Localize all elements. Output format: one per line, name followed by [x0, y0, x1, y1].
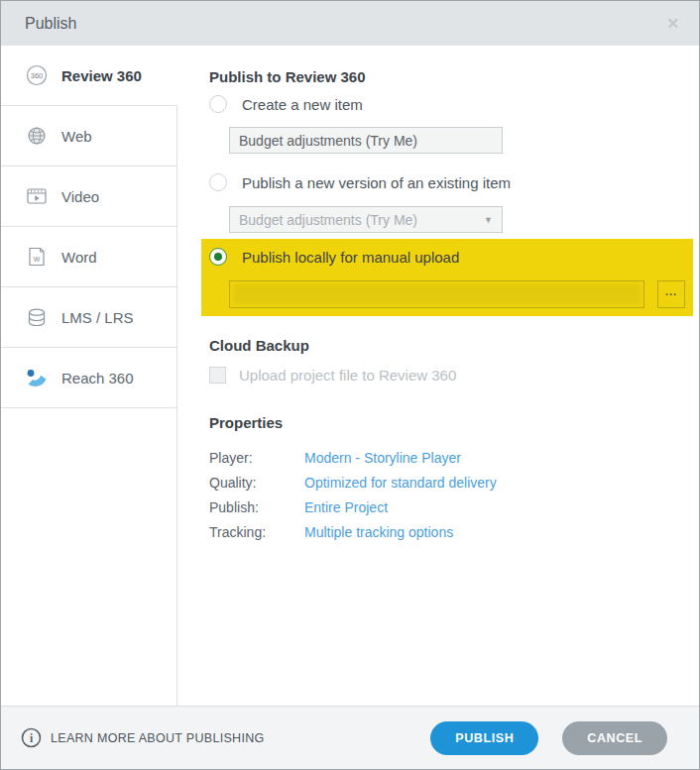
player-setting-link[interactable]: Modern - Storyline Player	[304, 450, 461, 466]
redacted-path-value	[233, 284, 641, 304]
footer-actions: PUBLISH CANCEL	[430, 721, 667, 755]
dialog-titlebar: Publish ✕	[1, 1, 699, 46]
property-label: Tracking:	[209, 524, 304, 540]
sidebar: 360 Review 360 Web	[1, 46, 177, 706]
sidebar-item-reach-360[interactable]: Reach 360	[1, 348, 177, 408]
sidebar-item-label: Review 360	[61, 67, 142, 84]
publish-panel: Publish to Review 360 Create a new item …	[177, 46, 699, 706]
review-360-icon: 360	[25, 64, 49, 86]
close-icon[interactable]: ✕	[666, 16, 679, 31]
radio-dot	[214, 253, 222, 261]
sidebar-item-review-360[interactable]: 360 Review 360	[1, 46, 177, 106]
dialog-footer: i LEARN MORE ABOUT PUBLISHING PUBLISH CA…	[1, 706, 699, 769]
cancel-button[interactable]: CANCEL	[562, 721, 667, 755]
review-360-icon-text: 360	[31, 71, 44, 80]
sidebar-item-label: Video	[61, 188, 99, 205]
info-icon: i	[21, 727, 42, 748]
browse-button[interactable]: ...	[657, 280, 685, 308]
word-document-icon: w	[25, 247, 49, 267]
sidebar-item-label: Word	[61, 249, 97, 266]
learn-more-label: LEARN MORE ABOUT PUBLISHING	[51, 731, 265, 745]
checkbox-label: Upload project file to Review 360	[239, 367, 456, 384]
properties-list: Player: Modern - Storyline Player Qualit…	[209, 445, 699, 544]
quality-setting-link[interactable]: Optimized for standard delivery	[304, 475, 497, 491]
word-icon-text: w	[33, 254, 41, 264]
publish-dialog: Publish ✕ 360 Review 360	[0, 0, 700, 770]
globe-icon	[25, 126, 49, 146]
tracking-setting-link[interactable]: Multiple tracking options	[304, 524, 453, 540]
radio-icon-selected[interactable]	[209, 248, 227, 266]
publish-scope-link[interactable]: Entire Project	[304, 499, 388, 515]
dialog-title: Publish	[25, 15, 76, 33]
sidebar-item-label: Reach 360	[61, 370, 134, 386]
database-icon	[25, 308, 49, 327]
new-item-title-input[interactable]	[229, 127, 503, 154]
sidebar-item-lms-lrs[interactable]: LMS / LRS	[1, 287, 177, 348]
property-row-publish: Publish: Entire Project	[209, 495, 699, 519]
cloud-backup-heading: Cloud Backup	[209, 337, 699, 354]
property-row-quality: Quality: Optimized for standard delivery	[209, 470, 699, 495]
radio-publish-locally[interactable]: Publish locally for manual upload	[209, 248, 693, 266]
publish-locally-highlight: Publish locally for manual upload ...	[201, 239, 693, 316]
sidebar-item-word[interactable]: w Word	[1, 227, 177, 287]
radio-publish-new-version[interactable]: Publish a new version of an existing ite…	[209, 173, 699, 191]
radio-icon[interactable]	[209, 95, 227, 113]
sidebar-filler	[1, 408, 177, 706]
checkbox-icon[interactable]	[209, 367, 226, 384]
dropdown-selected-value: Budget adjustments (Try Me)	[239, 212, 417, 228]
radio-label: Publish a new version of an existing ite…	[242, 174, 511, 191]
svg-text:i: i	[30, 732, 34, 744]
property-label: Publish:	[209, 499, 304, 515]
radio-icon[interactable]	[209, 173, 227, 191]
sidebar-item-label: Web	[61, 128, 92, 145]
property-label: Player:	[209, 450, 304, 466]
upload-project-file-option[interactable]: Upload project file to Review 360	[209, 367, 699, 384]
radio-label: Create a new item	[242, 96, 363, 113]
learn-more-link[interactable]: i LEARN MORE ABOUT PUBLISHING	[21, 727, 265, 748]
reach-360-icon	[25, 368, 49, 387]
chevron-down-icon: ▼	[484, 215, 493, 225]
output-path-input[interactable]	[229, 280, 644, 308]
property-label: Quality:	[209, 475, 304, 491]
property-row-tracking: Tracking: Multiple tracking options	[209, 519, 699, 544]
video-icon	[25, 187, 49, 205]
existing-item-dropdown[interactable]: Budget adjustments (Try Me) ▼	[229, 206, 503, 233]
publish-section-heading: Publish to Review 360	[209, 68, 699, 85]
sidebar-item-web[interactable]: Web	[1, 106, 177, 166]
property-row-player: Player: Modern - Storyline Player	[209, 445, 699, 470]
radio-create-new-item[interactable]: Create a new item	[209, 95, 699, 113]
properties-heading: Properties	[209, 414, 699, 431]
sidebar-item-label: LMS / LRS	[61, 309, 134, 326]
publish-button[interactable]: PUBLISH	[430, 721, 538, 755]
output-path-row: ...	[229, 280, 693, 308]
sidebar-item-video[interactable]: Video	[1, 166, 177, 227]
radio-label: Publish locally for manual upload	[242, 249, 459, 266]
